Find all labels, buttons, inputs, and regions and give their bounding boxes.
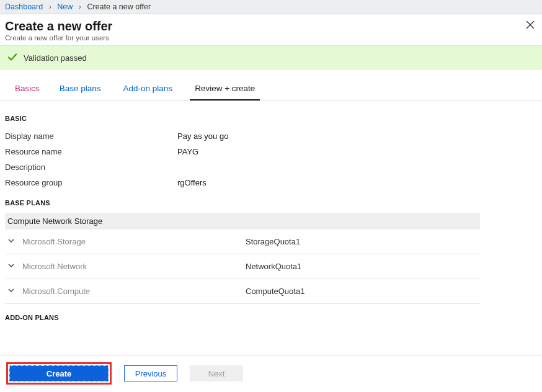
chevron-down-icon xyxy=(7,287,22,296)
quota-name: StorageQuota1 xyxy=(246,237,300,246)
quota-name: NetworkQuota1 xyxy=(246,262,301,271)
create-button[interactable]: Create xyxy=(9,365,109,381)
tab-base-plans[interactable]: Base plans xyxy=(55,84,106,100)
page-title: Create a new offer xyxy=(5,19,535,33)
page-subtitle: Create a new offer for your users xyxy=(5,34,535,42)
validation-banner: Validation passed xyxy=(0,45,542,70)
tabs-bar: Basics Base plans Add-on plans Review + … xyxy=(0,70,542,101)
previous-button[interactable]: Previous xyxy=(124,365,177,381)
crumb-dashboard[interactable]: Dashboard xyxy=(5,2,43,11)
section-addon-plans-label: ADD-ON PLANS xyxy=(5,314,532,321)
validation-text: Validation passed xyxy=(24,53,87,63)
footer-bar: Create Previous Next xyxy=(0,355,542,392)
chevron-down-icon xyxy=(7,262,22,271)
service-name: Microsoft.Network xyxy=(22,262,246,271)
chevron-down-icon xyxy=(7,237,22,246)
section-basic-label: BASIC xyxy=(5,115,532,122)
checkmark-icon xyxy=(7,52,17,64)
breadcrumb: Dashboard › New › Create a new offer xyxy=(0,0,542,14)
crumb-current: Create a new offer xyxy=(87,2,151,11)
crumb-new[interactable]: New xyxy=(57,2,73,11)
close-button[interactable] xyxy=(526,20,535,31)
tab-review-create[interactable]: Review + create xyxy=(190,84,260,100)
next-button: Next xyxy=(190,365,243,381)
service-name: Microsoft.Compute xyxy=(22,287,246,296)
chevron-right-icon: › xyxy=(79,2,81,11)
description-label: Description xyxy=(5,163,177,172)
quota-name: ComputeQuota1 xyxy=(246,287,304,296)
quota-row[interactable]: Microsoft.NetworkNetworkQuota1 xyxy=(5,254,480,279)
resource-group-value: rgOffers xyxy=(177,178,207,187)
display-name-label: Display name xyxy=(5,131,177,141)
section-base-plans-label: BASE PLANS xyxy=(5,199,532,207)
tab-basics[interactable]: Basics xyxy=(10,84,45,100)
close-icon xyxy=(526,22,535,31)
plan-header: Compute Network Storage xyxy=(5,213,480,229)
display-name-value: Pay as you go xyxy=(177,131,228,141)
service-name: Microsoft.Storage xyxy=(22,237,246,246)
tab-addon-plans[interactable]: Add-on plans xyxy=(118,84,178,100)
create-callout: Create xyxy=(6,362,112,385)
resource-name-value: PAYG xyxy=(177,147,198,156)
quota-row[interactable]: Microsoft.ComputeComputeQuota1 xyxy=(5,279,480,304)
quota-row[interactable]: Microsoft.StorageStorageQuota1 xyxy=(5,229,480,254)
chevron-right-icon: › xyxy=(49,2,51,11)
resource-name-label: Resource name xyxy=(5,147,177,156)
resource-group-label: Resource group xyxy=(5,178,177,187)
